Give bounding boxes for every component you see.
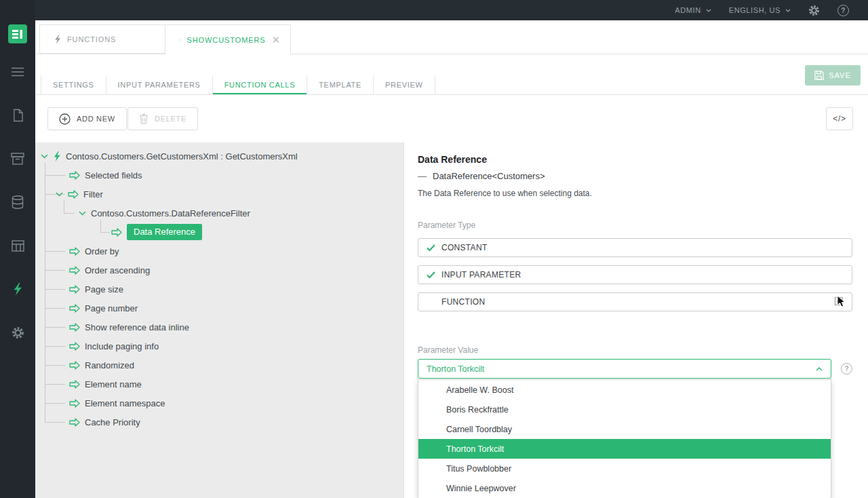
tree-item-page-size[interactable]: Page size [69, 280, 123, 299]
tree-item-element-namespace[interactable]: Element namespace [69, 394, 165, 413]
page-title: Data Reference [418, 154, 852, 165]
language-label: ENGLISH, US [729, 6, 781, 14]
parameter-arrow-icon [69, 418, 80, 427]
dropdown-option-selected[interactable]: Thorton Torkcilt [418, 439, 831, 459]
chevron-down-icon[interactable] [41, 154, 48, 159]
function-icon [53, 151, 61, 161]
tree-item-page-number[interactable]: Page number [69, 299, 138, 318]
tree-item-label: Filter [83, 189, 103, 199]
delete-button[interactable]: DELETE [127, 107, 198, 130]
sidebar-item-media[interactable] [11, 151, 24, 166]
parameter-arrow-icon [69, 304, 80, 313]
type-option-input-parameter[interactable]: INPUT PARAMETER [418, 265, 852, 284]
archive-box-icon [11, 153, 24, 165]
save-button[interactable]: SAVE [805, 65, 861, 85]
tree-item-cache-priority[interactable]: Cache Priority [69, 413, 140, 432]
toolbar: ADD NEW DELETE </> [35, 95, 868, 142]
parameter-arrow-icon [69, 380, 80, 389]
admin-label: ADMIN [675, 6, 701, 14]
dropdown-option[interactable]: Winnie Leepwover [418, 478, 831, 498]
document-icon [12, 109, 24, 122]
tab-preview[interactable]: PREVIEW [374, 75, 435, 94]
tree-item-show-reference-data-inline[interactable]: Show reference data inline [69, 318, 189, 337]
language-menu[interactable]: ENGLISH, US [729, 6, 791, 14]
tree-item-label: Element namespace [85, 398, 165, 408]
sidebar-item-datatypes[interactable] [12, 238, 24, 253]
chevron-down-icon[interactable] [79, 211, 86, 216]
save-label: SAVE [829, 71, 851, 79]
hamburger-icon [11, 67, 24, 77]
chevron-down-icon [785, 9, 791, 12]
help-icon: ? [837, 5, 849, 16]
tree-item-include-paging-info[interactable]: Include paging info [69, 337, 159, 356]
tree-item-label: Contoso.Customers.DataReferenceFilter [91, 208, 250, 218]
sub-header: SETTINGS INPUT PARAMETERS FUNCTION CALLS… [35, 54, 868, 95]
tab-function-calls[interactable]: FUNCTION CALLS [213, 75, 308, 94]
tree-item-order-ascending[interactable]: Order ascending [69, 261, 150, 280]
sidebar-item-pages[interactable] [12, 108, 24, 123]
select-function-button[interactable] [834, 296, 845, 307]
sidebar-item-system[interactable] [12, 325, 24, 340]
type-option-label: FUNCTION [441, 297, 485, 307]
type-option-function[interactable]: FUNCTION [418, 292, 852, 311]
parameter-arrow-icon [69, 323, 80, 332]
dash-icon: — [418, 171, 427, 181]
type-option-label: INPUT PARAMETER [441, 270, 521, 280]
type-option-constant[interactable]: CONSTANT [418, 238, 852, 257]
tree-item-label: Randomized [85, 360, 134, 370]
tree-item-selected-fields[interactable]: Selected fields [69, 166, 142, 185]
tab-input-parameters[interactable]: INPUT PARAMETERS [106, 75, 213, 94]
tab-settings[interactable]: SETTINGS [41, 75, 106, 94]
sidebar-item-functions-active[interactable] [13, 282, 22, 296]
sidebar-item-menu[interactable] [11, 64, 24, 79]
check-slot [427, 244, 441, 252]
tree-item-label: Order ascending [85, 265, 150, 275]
close-icon[interactable]: ✕ [272, 35, 281, 45]
tree-item-order-by[interactable]: Order by [69, 242, 119, 261]
dropdown-option[interactable]: Boris Reckfrattle [418, 400, 831, 419]
parameter-arrow-icon [69, 247, 80, 256]
tree-item-label: Element name [85, 379, 142, 389]
parameter-arrow-icon [111, 228, 122, 237]
dropdown-option[interactable]: Arabelle W. Boost [418, 380, 831, 400]
parameter-arrow-icon [69, 342, 80, 351]
tree-item-label: Page number [85, 303, 138, 313]
help-button[interactable]: ? [837, 5, 849, 16]
tab-template[interactable]: TEMPLATE [307, 75, 374, 94]
tree-item-label: Show reference data inline [85, 322, 189, 332]
tree-item-label: Include paging info [85, 341, 159, 351]
tree-item-label: Page size [85, 284, 123, 294]
help-icon[interactable]: ? [841, 363, 852, 375]
tree-item-randomized[interactable]: Randomized [69, 356, 134, 375]
tree-item-root[interactable]: Contoso.Customers.GetCustomersXml : GetC… [41, 147, 298, 166]
chevron-down-icon[interactable] [56, 192, 63, 197]
dropdown-option[interactable]: Carnell Toordblay [418, 419, 831, 439]
tree-item-datareferencefilter[interactable]: Contoso.Customers.DataReferenceFilter [79, 204, 250, 223]
admin-menu[interactable]: ADMIN [675, 6, 711, 14]
app-logo[interactable] [8, 24, 27, 43]
tab-strip: FUNCTIONS SHOWCUSTOMERS ✕ [35, 20, 868, 54]
dropdown-option[interactable]: Titus Powblobber [418, 459, 831, 478]
gear-icon [12, 326, 24, 339]
add-new-button[interactable]: ADD NEW [47, 107, 127, 130]
signature-text: DataReference<Customers> [433, 171, 545, 181]
parameter-detail-panel: Data Reference — DataReference<Customers… [404, 142, 868, 498]
tree-item-label: Selected fields [85, 170, 142, 180]
gear-icon [808, 5, 820, 16]
tree-item-element-name[interactable]: Element name [69, 375, 142, 394]
tree-item-data-reference[interactable]: Data Reference [111, 223, 202, 242]
source-code-button[interactable]: </> [826, 107, 853, 130]
parameter-arrow-icon [69, 285, 80, 294]
code-icon: </> [833, 114, 846, 123]
tab-label: SHOWCUSTOMERS [187, 36, 266, 44]
tree-item-filter[interactable]: Filter [56, 185, 103, 204]
plus-circle-icon [59, 113, 71, 125]
settings-gear-button[interactable] [808, 5, 820, 16]
parameter-arrow-icon [69, 171, 80, 180]
table-icon [12, 240, 24, 252]
lightning-icon [180, 35, 181, 45]
parameter-value-select[interactable]: Thorton Torkcilt [418, 359, 831, 379]
tab-showcustomers[interactable]: SHOWCUSTOMERS ✕ [165, 24, 291, 54]
tab-functions[interactable]: FUNCTIONS [39, 24, 165, 54]
sidebar-item-data[interactable] [12, 195, 24, 210]
